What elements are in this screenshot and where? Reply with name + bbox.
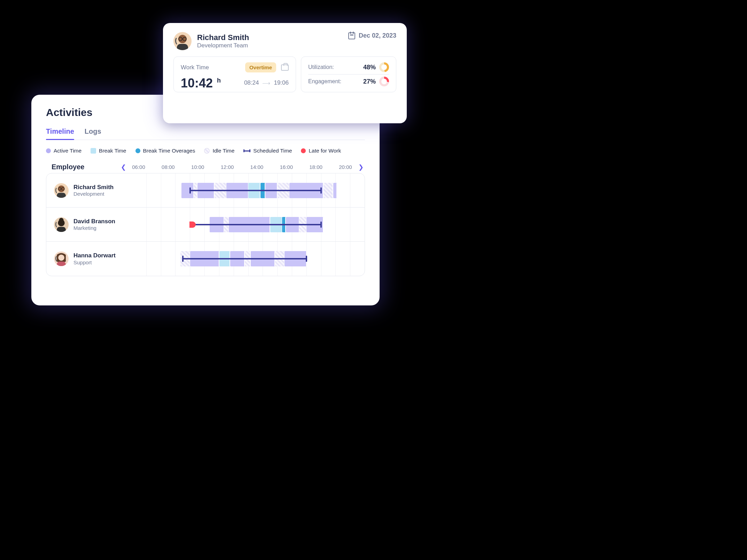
chevron-left-icon: ❮ <box>121 164 126 171</box>
table-row: Hanna Dorwart Support <box>46 242 365 276</box>
prev-range-button[interactable]: ❮ <box>119 163 127 171</box>
utilization-value: 48% <box>363 64 376 71</box>
work-time-box: Work Time Overtime 10:42 h 08:24 ⟶ 19:06 <box>173 56 296 92</box>
timeline-grid: Richard Smith Development David Branson … <box>46 173 365 276</box>
activities-panel: Activities Timeline Logs Active Time Bre… <box>31 95 380 305</box>
metrics-box: Utilization: 48% Engagement: 27% <box>301 56 396 92</box>
utilization-metric: Utilization: 48% <box>308 62 389 72</box>
time-ticks: 06:0008:00 10:0012:00 14:0016:00 18:0020… <box>127 164 357 170</box>
legend: Active Time Break Time Break Time Overag… <box>46 148 365 154</box>
date-picker[interactable]: Dec 02, 2023 <box>348 32 396 39</box>
employee-dept: Support <box>73 259 116 265</box>
legend-late: Late for Work <box>301 148 341 154</box>
employee-detail-card: Richard Smith Development Team Dec 02, 2… <box>163 23 407 123</box>
timeline-axis: Employee ❮ 06:0008:00 10:0012:00 14:0016… <box>46 163 365 171</box>
card-team: Development Team <box>197 42 249 49</box>
avatar <box>54 251 69 266</box>
table-row: Richard Smith Development <box>46 173 365 208</box>
tabs: Timeline Logs <box>46 127 365 140</box>
legend-idle: Idle Time <box>204 148 234 154</box>
legend-overage: Break Time Overages <box>135 148 195 154</box>
overtime-badge: Overtime <box>245 62 276 72</box>
chevron-right-icon: ❯ <box>358 164 364 171</box>
timeline-track[interactable] <box>132 242 365 276</box>
card-employee-name: Richard Smith <box>197 33 249 42</box>
shift-end: 19:06 <box>274 79 289 86</box>
timeline-track[interactable] <box>132 208 365 241</box>
employee-name: Richard Smith <box>73 184 114 191</box>
table-row: David Branson Marketing <box>46 208 365 242</box>
legend-break: Break Time <box>91 148 126 154</box>
shift-start: 08:24 <box>244 79 259 86</box>
work-time-label: Work Time <box>181 64 209 71</box>
engagement-ring-icon <box>379 77 389 86</box>
avatar <box>54 217 69 232</box>
employee-name: David Branson <box>73 218 115 225</box>
timeline-track[interactable] <box>132 173 365 207</box>
briefcase-icon[interactable] <box>281 64 289 71</box>
engagement-value: 27% <box>363 78 376 85</box>
engagement-metric: Engagement: 27% <box>308 77 389 86</box>
legend-active: Active Time <box>46 148 81 154</box>
employee-dept: Marketing <box>73 225 115 231</box>
employee-column-header: Employee <box>46 163 119 171</box>
tab-logs[interactable]: Logs <box>85 127 101 140</box>
date-value: Dec 02, 2023 <box>359 32 396 39</box>
tab-timeline[interactable]: Timeline <box>46 127 74 140</box>
calendar-icon <box>348 32 355 39</box>
avatar <box>54 183 69 198</box>
employee-name: Hanna Dorwart <box>73 252 116 259</box>
arrow-right-icon: ⟶ <box>262 80 270 86</box>
avatar <box>173 32 192 50</box>
employee-dept: Development <box>73 191 114 197</box>
next-range-button[interactable]: ❯ <box>357 163 365 171</box>
legend-scheduled: Scheduled Time <box>243 148 292 154</box>
utilization-ring-icon <box>379 62 389 72</box>
